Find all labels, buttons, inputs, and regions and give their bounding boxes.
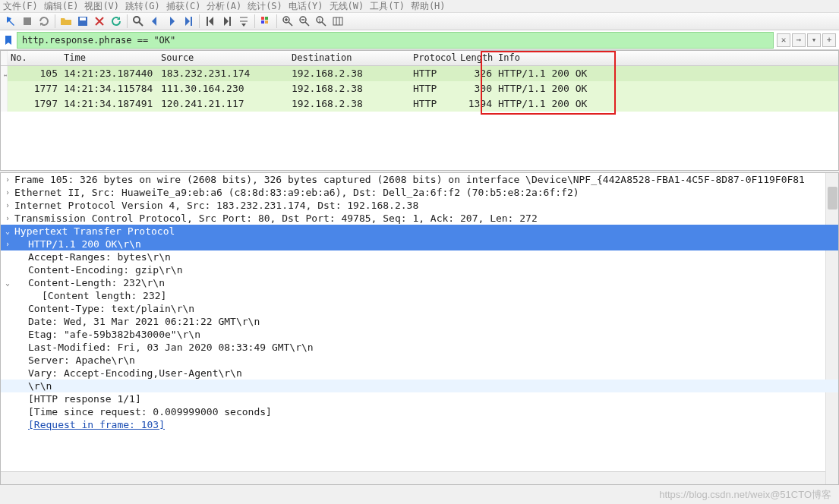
save-file-icon[interactable] — [75, 14, 90, 29]
clear-filter-button[interactable]: ✕ — [777, 33, 790, 47]
detail-http-status[interactable]: ›HTTP/1.1 200 OK\r\n — [1, 238, 838, 250]
horizontal-scrollbar[interactable] — [1, 471, 825, 484]
toolbar: 1 — [0, 12, 839, 30]
filter-bar: ✕ → ▾ + — [0, 30, 839, 50]
menu-bar: 文件(F) 编辑(E) 视图(V) 跳转(G) 捕获(C) 分析(A) 统计(S… — [0, 0, 839, 12]
filter-dropdown-button[interactable]: ▾ — [807, 33, 821, 47]
colorize-icon[interactable] — [258, 14, 273, 29]
detail-ethernet[interactable]: ›Ethernet II, Src: HuaweiTe_a9:eb:a6 (c8… — [1, 186, 838, 199]
svg-rect-4 — [191, 17, 192, 26]
display-filter-input[interactable] — [17, 32, 774, 49]
packet-list-header: No. Time Source Destination Protocol Len… — [1, 51, 838, 66]
menu-analyze[interactable]: 分析(A) — [207, 0, 241, 13]
svg-rect-7 — [261, 17, 264, 20]
svg-rect-8 — [265, 17, 268, 20]
bookmark-icon[interactable] — [3, 35, 14, 46]
detail-line[interactable]: [Time since request: 0.009999000 seconds… — [1, 405, 838, 418]
col-source[interactable]: Source — [158, 51, 289, 65]
col-info[interactable]: Info — [495, 51, 838, 65]
detail-frame[interactable]: ›Frame 105: 326 bytes on wire (2608 bits… — [1, 173, 838, 186]
apply-filter-button[interactable]: → — [792, 33, 806, 47]
watermark: https://blog.csdn.net/weix@51CTO博客 — [659, 488, 831, 502]
col-proto[interactable]: Protocol — [410, 51, 457, 65]
menu-wireless[interactable]: 无线(W) — [330, 0, 364, 13]
menu-stats[interactable]: 统计(S) — [248, 0, 282, 13]
detail-content-length[interactable]: ⌄Content-Length: 232\r\n — [1, 276, 838, 289]
packet-row[interactable]: ↔ 105 14:21:23.187440 183.232.231.174 19… — [1, 66, 838, 81]
col-no[interactable]: No. — [8, 51, 61, 65]
detail-line[interactable]: Accept-Ranges: bytes\r\n — [1, 250, 838, 263]
svg-rect-6 — [229, 17, 231, 26]
col-dest[interactable]: Destination — [289, 51, 410, 65]
svg-rect-5 — [207, 17, 208, 26]
detail-line[interactable]: Content-Type: text/plain\r\n — [1, 302, 838, 315]
detail-ip[interactable]: ›Internet Protocol Version 4, Src: 183.2… — [1, 199, 838, 212]
menu-tools[interactable]: 工具(T) — [370, 0, 405, 13]
resize-cols-icon[interactable] — [330, 14, 345, 29]
col-time[interactable]: Time — [61, 51, 158, 65]
jump-icon[interactable] — [181, 14, 196, 29]
next-icon[interactable] — [164, 14, 179, 29]
svg-rect-15 — [333, 17, 342, 25]
packet-list[interactable]: No. Time Source Destination Protocol Len… — [0, 50, 839, 171]
stop-capture-icon[interactable] — [20, 14, 35, 29]
reload-icon[interactable] — [109, 14, 124, 29]
detail-line[interactable]: Content-Encoding: gzip\r\n — [1, 263, 838, 276]
detail-tcp[interactable]: ›Transmission Control Protocol, Src Port… — [1, 212, 838, 225]
svg-rect-10 — [265, 20, 268, 24]
autoscroll-icon[interactable] — [236, 14, 251, 29]
detail-line[interactable]: [Content length: 232] — [1, 289, 838, 302]
last-icon[interactable] — [219, 14, 235, 29]
zoom-reset-icon[interactable]: 1 — [314, 14, 329, 29]
svg-rect-9 — [261, 20, 264, 24]
prev-icon[interactable] — [147, 14, 162, 29]
detail-line[interactable]: \r\n — [1, 380, 838, 392]
detail-line[interactable]: Vary: Accept-Encoding,User-Agent\r\n — [1, 367, 838, 380]
detail-line[interactable]: [HTTP response 1/1] — [1, 392, 838, 405]
menu-go[interactable]: 跳转(G) — [125, 0, 160, 13]
svg-rect-0 — [24, 17, 31, 25]
menu-file[interactable]: 文件(F) — [3, 0, 38, 13]
detail-request-link[interactable]: [Request in frame: 103] — [1, 418, 838, 431]
detail-line[interactable]: Etag: "afe-59b382b43000e"\r\n — [1, 328, 838, 341]
svg-point-3 — [134, 17, 140, 23]
close-file-icon[interactable] — [92, 14, 107, 29]
open-file-icon[interactable] — [58, 14, 74, 29]
detail-line[interactable]: Date: Wed, 31 Mar 2021 06:21:22 GMT\r\n — [1, 315, 838, 328]
packet-row[interactable]: 1797 14:21:34.187491 120.241.21.117 192.… — [1, 96, 838, 112]
packet-details[interactable]: ›Frame 105: 326 bytes on wire (2608 bits… — [0, 172, 839, 485]
first-icon[interactable] — [203, 14, 218, 29]
detail-http[interactable]: ⌄Hypertext Transfer Protocol — [1, 225, 838, 238]
menu-view[interactable]: 视图(V) — [84, 0, 119, 13]
menu-capture[interactable]: 捕获(C) — [166, 0, 201, 13]
find-icon[interactable] — [131, 14, 146, 29]
svg-rect-2 — [80, 17, 86, 20]
add-filter-button[interactable]: + — [822, 33, 836, 47]
menu-telephony[interactable]: 电话(Y) — [289, 0, 323, 13]
start-capture-icon[interactable] — [3, 14, 18, 29]
svg-text:1: 1 — [318, 17, 321, 23]
detail-line[interactable]: Last-Modified: Fri, 03 Jan 2020 08:33:49… — [1, 341, 838, 354]
menu-help[interactable]: 帮助(H) — [411, 0, 446, 13]
zoom-out-icon[interactable] — [297, 14, 312, 29]
detail-line[interactable]: Server: Apache\r\n — [1, 354, 838, 367]
zoom-in-icon[interactable] — [280, 14, 295, 29]
menu-edit[interactable]: 编辑(E) — [44, 0, 79, 13]
restart-capture-icon[interactable] — [36, 14, 52, 29]
packet-row[interactable]: 1777 14:21:34.115784 111.30.164.230 192.… — [1, 81, 838, 96]
col-len[interactable]: Length — [457, 51, 495, 65]
